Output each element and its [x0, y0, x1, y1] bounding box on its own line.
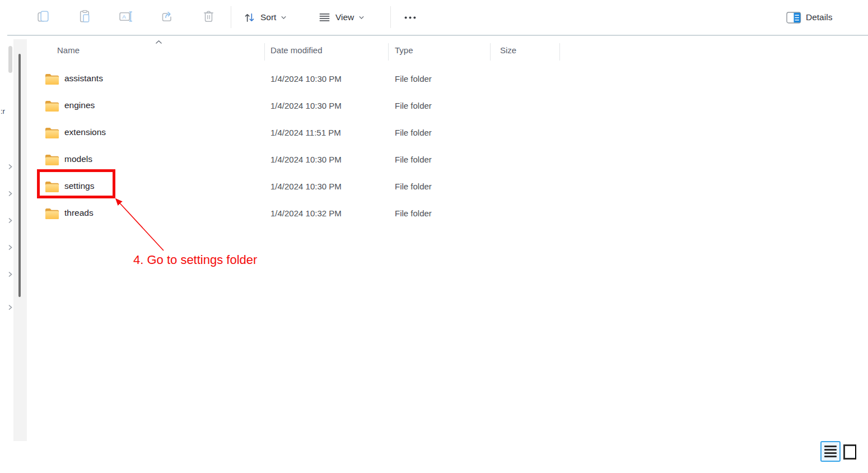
- delete-button[interactable]: [198, 7, 218, 27]
- sort-ascending-caret-icon: [155, 37, 163, 47]
- file-row[interactable]: threads 1/4/2024 10:32 PM File folder: [0, 200, 868, 227]
- file-list: assistants 1/4/2024 10:30 PM File folder…: [0, 66, 868, 227]
- folder-icon: [45, 180, 59, 193]
- more-ellipsis-icon: [403, 10, 418, 25]
- file-date-modified: 1/4/2024 10:30 PM: [270, 74, 342, 84]
- toolbar: A: [0, 0, 868, 35]
- view-list-icon: [318, 11, 331, 24]
- trash-icon: [202, 10, 216, 25]
- toolbar-bottom-border: [7, 35, 868, 36]
- column-resize-handle[interactable]: [559, 43, 560, 61]
- file-row[interactable]: models 1/4/2024 10:30 PM File folder: [0, 146, 868, 173]
- chevron-right-icon[interactable]: [7, 243, 13, 249]
- file-type: File folder: [395, 208, 432, 218]
- file-date-modified: 1/4/2024 10:32 PM: [270, 208, 342, 218]
- file-name: settings: [64, 181, 94, 191]
- file-row[interactable]: assistants 1/4/2024 10:30 PM File folder: [0, 66, 868, 92]
- folder-icon: [45, 154, 59, 166]
- thumbnail-view-toggle-button[interactable]: [843, 444, 856, 460]
- column-header-name[interactable]: Name: [57, 45, 80, 55]
- details-label: Details: [806, 12, 832, 22]
- rename-icon: A: [119, 10, 133, 25]
- view-label: View: [335, 12, 354, 22]
- sort-label: Sort: [260, 12, 276, 22]
- file-row[interactable]: engines 1/4/2024 10:30 PM File folder: [0, 92, 868, 119]
- copy-button[interactable]: [33, 7, 53, 27]
- more-options-button[interactable]: [399, 7, 421, 27]
- rename-button[interactable]: A: [115, 7, 136, 27]
- file-row[interactable]: extensions 1/4/2024 11:51 PM File folder: [0, 119, 868, 146]
- share-icon: [160, 10, 174, 25]
- paste-button[interactable]: [74, 7, 95, 27]
- folder-icon: [45, 73, 59, 85]
- file-date-modified: 1/4/2024 10:30 PM: [270, 101, 342, 110]
- file-name: engines: [64, 100, 95, 110]
- list-view-icon: [824, 446, 837, 447]
- chevron-down-icon: [281, 15, 287, 21]
- column-header-type[interactable]: Type: [395, 45, 413, 55]
- annotation-label: 4. Go to settings folder: [133, 253, 257, 267]
- sort-button[interactable]: Sort: [243, 7, 287, 27]
- file-type: File folder: [395, 74, 432, 84]
- file-type: File folder: [395, 155, 432, 164]
- file-date-modified: 1/4/2024 10:30 PM: [270, 155, 342, 164]
- chevron-down-icon: [358, 15, 365, 21]
- column-header-date-modified[interactable]: Date modified: [270, 45, 323, 55]
- file-type: File folder: [395, 182, 432, 191]
- paste-icon: [78, 10, 92, 25]
- folder-icon: [45, 100, 59, 112]
- file-name: models: [64, 154, 92, 164]
- list-view-toggle-button[interactable]: [820, 441, 841, 462]
- file-name: extensions: [64, 127, 106, 137]
- file-name: assistants: [64, 73, 103, 84]
- column-resize-handle[interactable]: [264, 43, 265, 61]
- copy-icon: [36, 10, 50, 25]
- column-resize-handle[interactable]: [490, 43, 491, 61]
- file-type: File folder: [395, 128, 432, 137]
- details-pane-button[interactable]: Details: [786, 7, 832, 27]
- chevron-right-icon[interactable]: [7, 270, 13, 276]
- file-date-modified: 1/4/2024 10:30 PM: [270, 182, 342, 191]
- file-name: threads: [64, 208, 94, 218]
- folder-icon: [45, 207, 59, 220]
- file-explorer-window: A: [0, 0, 868, 473]
- column-header-size[interactable]: Size: [500, 45, 516, 55]
- share-button[interactable]: [157, 7, 177, 27]
- file-type: File folder: [395, 101, 432, 110]
- details-panel-icon: [786, 11, 801, 24]
- sort-icon: [243, 11, 256, 24]
- column-resize-handle[interactable]: [388, 43, 389, 61]
- file-row[interactable]: settings 1/4/2024 10:30 PM File folder: [0, 173, 868, 200]
- folder-icon: [45, 127, 59, 139]
- toolbar-divider: [390, 6, 391, 28]
- toolbar-divider: [231, 6, 231, 28]
- svg-text:A: A: [122, 13, 126, 20]
- view-button[interactable]: View: [318, 7, 365, 27]
- chevron-right-icon[interactable]: [7, 303, 13, 309]
- file-date-modified: 1/4/2024 11:51 PM: [270, 128, 341, 137]
